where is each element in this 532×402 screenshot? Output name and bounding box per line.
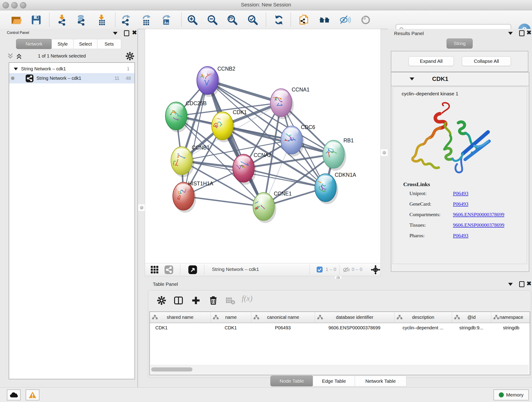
warnings-button[interactable] bbox=[26, 389, 39, 400]
node-CCNE1[interactable]: CCNE1 bbox=[252, 191, 292, 223]
node-label-RB1: RB1 bbox=[343, 138, 354, 143]
close-panel-icon[interactable]: ✖ bbox=[526, 30, 532, 35]
float-panel-icon[interactable] bbox=[519, 281, 525, 287]
tab-node-table[interactable]: Node Table bbox=[270, 376, 313, 386]
network-row[interactable]: String Network – cdk1 11 48 bbox=[9, 73, 134, 83]
show-columns-icon[interactable] bbox=[174, 296, 183, 306]
tab-string[interactable]: String bbox=[447, 38, 473, 49]
share-document-icon[interactable] bbox=[298, 13, 310, 26]
hidden-node-edge-counts: 0 – 0 bbox=[352, 267, 362, 272]
home-icon[interactable] bbox=[318, 13, 331, 26]
zoom-fit-icon[interactable] bbox=[226, 13, 239, 26]
tab-edge-table[interactable]: Edge Table bbox=[313, 376, 355, 386]
crosslink-link[interactable]: P06493 bbox=[453, 201, 468, 207]
scrollbar-thumb[interactable] bbox=[151, 367, 192, 371]
import-network-icon[interactable] bbox=[56, 13, 69, 26]
tab-network[interactable]: Network bbox=[16, 39, 52, 49]
node-label-CCNE1: CCNE1 bbox=[274, 191, 292, 197]
open-session-icon[interactable] bbox=[10, 13, 22, 26]
vertical-splitter-right[interactable] bbox=[380, 149, 388, 156]
tab-sets[interactable]: Sets bbox=[97, 39, 121, 49]
import-database-icon[interactable] bbox=[75, 13, 88, 26]
crosslink-link[interactable]: 9606.ENSP00000378699 bbox=[453, 222, 504, 228]
import-table-icon[interactable] bbox=[95, 13, 108, 26]
warning-icon bbox=[29, 391, 36, 398]
node-label-CDKN1A: CDKN1A bbox=[335, 172, 356, 178]
node-label-CCNB1: CCNB1 bbox=[192, 145, 210, 151]
zoom-selected-icon[interactable] bbox=[246, 13, 259, 26]
save-session-icon[interactable] bbox=[30, 13, 43, 26]
cell-canonical-name[interactable]: P06493 bbox=[251, 323, 315, 333]
refresh-icon[interactable] bbox=[272, 13, 285, 26]
cell-database-identifier[interactable]: 9606.ENSP00000378699 bbox=[315, 323, 394, 333]
node-label-CCNA2: CCNA2 bbox=[254, 152, 272, 158]
table-panel: Table Panel ✖ bbox=[145, 279, 532, 387]
panel-menu-icon[interactable] bbox=[508, 32, 513, 35]
hide-selected-icon[interactable] bbox=[339, 13, 351, 26]
collapse-all-button[interactable]: Collapse All bbox=[462, 56, 511, 66]
network-graph[interactable]: CCNB2 CCNA1 CDC25B CDK1 CDC6 RB1 CCNB1 bbox=[145, 29, 380, 263]
crosslink-link[interactable]: P06493 bbox=[453, 191, 468, 196]
open-in-window-icon[interactable] bbox=[188, 265, 197, 275]
export-image-icon[interactable] bbox=[159, 13, 172, 26]
crosslink-link[interactable]: 9606.ENSP00000378699 bbox=[453, 211, 504, 217]
node-CDKN1A[interactable]: CDKN1A bbox=[315, 172, 356, 204]
collection-expander-icon[interactable] bbox=[14, 68, 18, 70]
tab-select[interactable]: Select bbox=[73, 39, 98, 49]
cell-shared-name[interactable]: CDK1 bbox=[150, 323, 216, 333]
column-header-namespace[interactable]: namespace bbox=[491, 312, 532, 323]
birds-eye-view-icon[interactable] bbox=[151, 266, 159, 275]
selected-checkbox-icon[interactable] bbox=[317, 266, 323, 274]
column-header-@id[interactable]: @id bbox=[452, 312, 491, 323]
cloud-icon bbox=[10, 392, 18, 398]
column-header-name[interactable]: name bbox=[210, 312, 251, 323]
expand-all-button[interactable]: Expand All bbox=[409, 56, 454, 66]
delete-column-icon[interactable] bbox=[209, 295, 218, 306]
show-all-icon[interactable] bbox=[359, 13, 372, 26]
cell-description[interactable]: cyclin–dependent ... bbox=[394, 323, 452, 333]
column-header-shared-name[interactable]: shared name bbox=[150, 312, 210, 323]
string-app-icon bbox=[25, 74, 34, 83]
float-panel-icon[interactable] bbox=[519, 30, 525, 36]
network-collection-row[interactable]: String Network – cdk1 1 bbox=[9, 64, 134, 74]
column-header-description[interactable]: description bbox=[394, 312, 452, 323]
cell-name[interactable]: CDK1 bbox=[210, 323, 251, 333]
zoom-in-icon[interactable] bbox=[186, 13, 199, 26]
close-panel-icon[interactable]: ✖ bbox=[132, 30, 137, 35]
gene-entry-header[interactable]: CDK1 bbox=[391, 72, 529, 86]
tab-style[interactable]: Style bbox=[51, 39, 74, 49]
fit-content-crosshair-icon[interactable] bbox=[370, 265, 380, 276]
node-RB1[interactable]: RB1 bbox=[323, 138, 354, 171]
column-header-canonical-name[interactable]: canonical name bbox=[251, 312, 315, 323]
table-options-gear-icon[interactable] bbox=[157, 296, 166, 306]
float-panel-icon[interactable] bbox=[124, 30, 129, 36]
node-CCNA2[interactable]: CCNA2 bbox=[233, 152, 272, 185]
panel-menu-icon[interactable] bbox=[508, 283, 513, 286]
node-HIST1H1A[interactable]: HIST1H1A bbox=[173, 181, 214, 213]
export-network-icon[interactable] bbox=[119, 13, 132, 26]
cell-namespace[interactable]: stringdb bbox=[491, 323, 531, 333]
string-view-icon[interactable] bbox=[164, 265, 173, 275]
column-header-database-identifier[interactable]: database identifier bbox=[315, 312, 394, 323]
table-horizontal-scrollbar[interactable] bbox=[150, 365, 529, 374]
entry-expander-icon[interactable] bbox=[410, 77, 414, 80]
node-CCNA1[interactable]: CCNA1 bbox=[270, 87, 310, 119]
panel-menu-icon[interactable] bbox=[113, 32, 118, 35]
node-table[interactable]: shared namenamecanonical namedatabase id… bbox=[149, 312, 530, 375]
network-canvas[interactable]: CCNB2 CCNA1 CDC25B CDK1 CDC6 RB1 CCNB1 bbox=[145, 29, 381, 264]
zoom-out-icon[interactable] bbox=[206, 13, 219, 26]
node-CCNB2[interactable]: CCNB2 bbox=[197, 66, 235, 97]
memory-button[interactable]: Memory bbox=[494, 389, 529, 400]
automation-cloud-button[interactable] bbox=[7, 389, 21, 400]
close-panel-icon[interactable]: ✖ bbox=[526, 281, 532, 286]
export-table-icon[interactable] bbox=[139, 13, 152, 26]
tab-network-table[interactable]: Network Table bbox=[355, 376, 406, 386]
vertical-splitter-left[interactable] bbox=[138, 204, 145, 211]
crosslink-link[interactable]: P06493 bbox=[453, 233, 468, 239]
results-panel-title: Results Panel bbox=[394, 31, 424, 36]
gene-entry-body: cyclin–dependent kinase 1 bbox=[393, 87, 527, 264]
network-options-gear-icon[interactable] bbox=[126, 52, 134, 61]
create-column-icon[interactable] bbox=[191, 296, 201, 306]
cytoscape-window: Session: New Session ? Control Panel ✖ N… bbox=[0, 0, 532, 402]
cell-@id[interactable]: stringdb:9... bbox=[452, 323, 491, 333]
